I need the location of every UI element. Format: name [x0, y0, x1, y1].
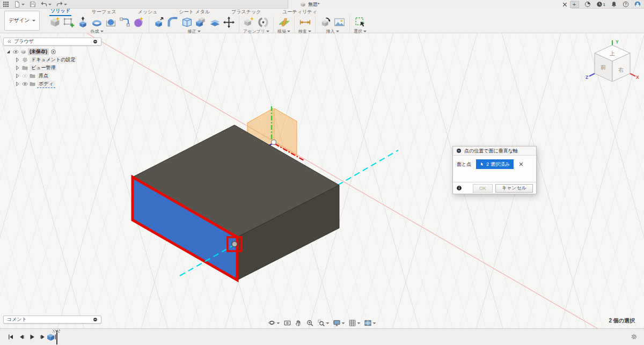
selection-chip[interactable]: 2 選択済み — [476, 159, 514, 169]
create-sketch-button[interactable] — [63, 16, 75, 28]
comments-panel-header[interactable]: コメント — [3, 315, 101, 324]
measure-button[interactable] — [299, 16, 311, 28]
activate-component-icon[interactable] — [50, 49, 56, 55]
ribbon-tab-1[interactable]: サーフェス — [91, 9, 118, 16]
visibility-eye-icon[interactable] — [22, 73, 28, 79]
browser-item-3[interactable]: 原点 — [3, 72, 77, 80]
canvas-button[interactable] — [333, 16, 346, 28]
ribbon-group-dropdown[interactable]: 挿入 — [326, 28, 339, 34]
revolve-button[interactable] — [91, 16, 103, 28]
expander-closed-icon[interactable] — [14, 81, 20, 87]
workspace-selector[interactable]: デザイン — [4, 11, 40, 31]
ribbon-tab-5[interactable]: ユーティリティ — [281, 9, 318, 16]
create-solid-button[interactable] — [49, 16, 61, 28]
panel-options-icon[interactable] — [93, 317, 98, 322]
move-button[interactable] — [223, 16, 235, 28]
expander-closed-icon[interactable] — [14, 65, 20, 71]
grid-settings-button[interactable] — [349, 319, 361, 327]
display-settings-button[interactable] — [333, 319, 345, 327]
visibility-eye-icon[interactable] — [13, 49, 19, 55]
fillet-button[interactable] — [167, 16, 179, 28]
folder-icon — [22, 65, 28, 71]
ribbon-group-dropdown[interactable]: アセンブリ — [243, 28, 269, 34]
look-at-button[interactable] — [284, 319, 291, 327]
ribbon-group-dropdown[interactable]: 修正 — [188, 28, 201, 34]
orbit-button[interactable] — [268, 319, 280, 327]
tab-add-button[interactable]: + — [570, 1, 579, 8]
undo-button[interactable] — [41, 1, 52, 8]
document-tab[interactable]: 無題* — [288, 0, 572, 9]
shell-button[interactable] — [181, 16, 193, 28]
step-back-button[interactable] — [18, 333, 25, 340]
ribbon-tab-3[interactable]: シート メタル — [178, 9, 211, 16]
extrude-button[interactable] — [77, 16, 89, 28]
ribbon-group-dropdown[interactable]: 選択 — [354, 28, 367, 34]
new-component-button[interactable] — [243, 16, 255, 28]
model-viewport[interactable]: ブラウザ (未保存)ドキュメントの設定ビュー管理原点ボディ コメント 点の位置で… — [0, 33, 644, 328]
press-pull-button[interactable] — [153, 16, 165, 28]
expander-closed-icon[interactable] — [14, 73, 20, 79]
browser-item-1[interactable]: ドキュメントの設定 — [3, 56, 77, 64]
browser-panel-header[interactable]: ブラウザ — [3, 38, 101, 46]
browser-item-4[interactable]: ボディ — [3, 80, 77, 88]
file-new-button[interactable] — [14, 1, 25, 8]
ribbon-group-dropdown[interactable]: 構築 — [277, 28, 290, 34]
ok-button[interactable]: OK — [473, 184, 493, 193]
titlebar: 無題* +1? — [0, 0, 644, 9]
extensions-button[interactable] — [584, 1, 591, 8]
orbit-icon — [268, 319, 276, 327]
browser-item-2[interactable]: ビュー管理 — [3, 64, 77, 72]
pipe-button[interactable] — [119, 16, 131, 28]
viewcube-y-label: Y — [616, 39, 619, 45]
expander-open-icon[interactable] — [5, 49, 11, 55]
visibility-eye-icon[interactable] — [22, 81, 28, 87]
pan-button[interactable] — [295, 319, 303, 327]
shell-icon — [181, 17, 193, 28]
viewports-button[interactable] — [364, 319, 376, 327]
ribbon-group-dropdown[interactable]: 作成 — [91, 28, 104, 34]
ribbon-tab-0[interactable]: ソリッド — [49, 8, 71, 16]
select-button[interactable] — [354, 16, 367, 28]
panel-options-icon[interactable] — [93, 39, 98, 44]
origin-plane-xy[interactable] — [274, 108, 297, 156]
new-component-icon — [244, 17, 255, 28]
help-button[interactable]: ? — [623, 1, 629, 8]
clear-selection-icon[interactable] — [518, 162, 524, 167]
selected-point-marker[interactable] — [232, 241, 237, 247]
play-button[interactable] — [29, 333, 35, 340]
cancel-button[interactable]: キャンセル — [495, 184, 533, 193]
sphere-button[interactable] — [105, 16, 117, 28]
zoom-window-button[interactable] — [318, 319, 330, 327]
browser-item-0[interactable]: (未保存) — [3, 48, 77, 56]
construct-plane-button[interactable] — [278, 16, 290, 28]
step-forward-icon — [40, 334, 46, 340]
ribbon-groups: 作成修正アセンブリ構築検査挿入選択 — [45, 16, 370, 33]
expander-closed-icon[interactable] — [14, 57, 20, 63]
ribbon-tab-2[interactable]: メッシュ — [137, 9, 159, 16]
info-icon[interactable] — [456, 185, 462, 191]
ribbon-tab-4[interactable]: プラスチック — [230, 9, 262, 16]
skip-start-button[interactable] — [8, 333, 14, 340]
combine-button[interactable] — [195, 16, 207, 28]
save-button[interactable] — [30, 1, 36, 8]
joint-button[interactable] — [257, 16, 269, 28]
form-button[interactable] — [133, 16, 145, 28]
dialog-titlebar[interactable]: 点の位置で面に垂直な軸 — [453, 146, 536, 156]
insert-mesh-button[interactable] — [319, 16, 332, 28]
timeline-settings-gear-icon[interactable] — [631, 333, 638, 340]
app-grid-button[interactable] — [3, 1, 9, 8]
split-body-button[interactable] — [209, 16, 221, 28]
view-cube[interactable]: Y 上 前 右 Z X — [585, 39, 640, 88]
notifications-button[interactable] — [611, 1, 617, 8]
redo-button[interactable] — [56, 1, 67, 8]
close-tab-icon[interactable] — [562, 2, 568, 8]
profile-button[interactable] — [634, 1, 641, 8]
collapse-panel-icon[interactable] — [7, 39, 12, 44]
ribbon-group-dropdown[interactable]: 検査 — [298, 28, 311, 34]
timeline-scrubber[interactable] — [56, 331, 57, 344]
step-forward-button[interactable] — [40, 333, 46, 340]
origin-point[interactable] — [272, 140, 276, 145]
job-status-button[interactable]: 1 — [596, 1, 605, 8]
zoom-button[interactable] — [306, 319, 314, 327]
timeline-feature-box[interactable] — [46, 333, 55, 342]
